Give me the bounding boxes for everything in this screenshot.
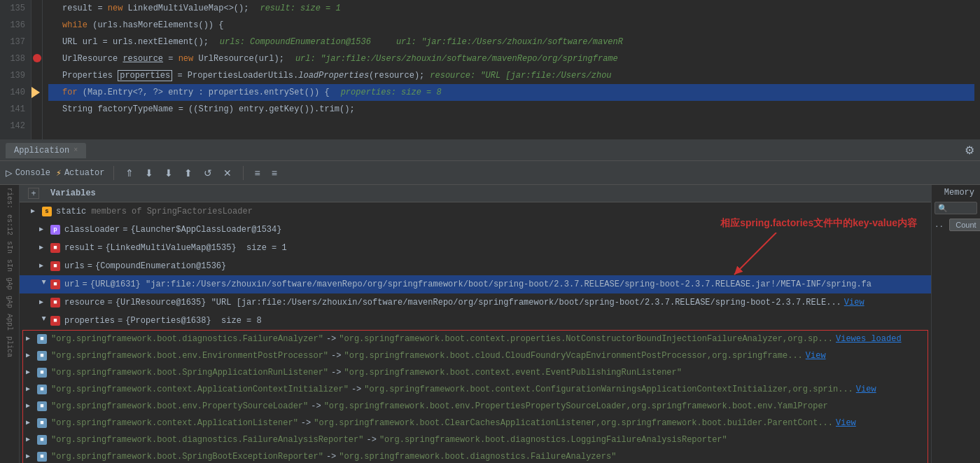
- run-to-cursor-btn[interactable]: ↺: [201, 165, 215, 181]
- gAp-label: gAp: [6, 277, 13, 290]
- line-numbers: 135 136 137 138 139 140 141 142: [0, 0, 31, 139]
- code-editor: 135 136 137 138 139 140 141 142: [0, 0, 980, 140]
- prop-entry-1[interactable]: ▶ ■ "org.springframework.boot.diagnostic…: [23, 331, 927, 347]
- prop-entry-6[interactable]: ▶ ■ "org.springframework.context.Applica…: [23, 415, 927, 431]
- prop-key-6: "org.springframework.context.Application…: [51, 416, 298, 430]
- expand-arrow-url: ▶: [36, 280, 50, 289]
- add-watch-btn[interactable]: +: [28, 188, 39, 199]
- classloader-name: classLoader: [64, 223, 120, 237]
- code-line-139: Properties properties = PropertiesLoader…: [48, 67, 974, 84]
- prop-view-1[interactable]: Viewes loaded: [836, 332, 902, 346]
- separator-2: [243, 166, 244, 180]
- appl-label: Appl: [6, 314, 13, 331]
- prop-entry-4[interactable]: ▶ ■ "org.springframework.context.Applica…: [23, 381, 927, 398]
- expand-arrow-classloader: ▶: [39, 223, 48, 237]
- prop-key-8: "org.springframework.boot.SpringBootExce…: [51, 450, 323, 463]
- prop-view-4[interactable]: View: [856, 382, 876, 396]
- variables-content[interactable]: ▶ s static members of SpringFactoriesLoa…: [20, 202, 931, 463]
- prop-view-6[interactable]: View: [836, 416, 856, 430]
- horizontal-scrollbar[interactable]: [0, 139, 980, 140]
- properties-entries: ▶ ■ "org.springframework.boot.diagnostic…: [22, 330, 928, 463]
- es12-label: es:12: [6, 214, 13, 235]
- step-out-btn[interactable]: ⬆: [181, 165, 195, 181]
- prop-key-2: "org.springframework.boot.env.Environmen…: [51, 349, 328, 363]
- classloader-row[interactable]: ▶ p classLoader = {Launcher$AppClassLoad…: [20, 221, 931, 239]
- url-row[interactable]: ▶ ■ url = {URL@1631} "jar:file:/Users/zh…: [20, 275, 931, 293]
- sIn-label: sIn: [6, 241, 13, 254]
- prop-entry-8[interactable]: ▶ ■ "org.springframework.boot.SpringBoot…: [23, 448, 927, 463]
- prop-val-7: "org.springframework.boot.diagnostics.Lo…: [379, 433, 727, 447]
- prop-key-4: "org.springframework.context.Application…: [51, 382, 349, 396]
- urls-name: urls: [64, 259, 85, 273]
- variables-label: Variables: [50, 188, 96, 198]
- memory-search-input[interactable]: [934, 202, 977, 214]
- code-line-141: String factoryTypeName = ((String) entry…: [48, 101, 974, 118]
- step-over-btn[interactable]: ⬇: [142, 165, 156, 181]
- expand-arrow-result: ▶: [39, 241, 48, 255]
- sIn2-label: sIn: [6, 259, 13, 272]
- step-into-btn[interactable]: ⬇: [162, 165, 176, 181]
- properties-row[interactable]: ▶ ■ properties = {Properties@1638} size …: [20, 312, 931, 330]
- prop-entry-7[interactable]: ▶ ■ "org.springframework.boot.diagnostic…: [23, 431, 927, 448]
- expand-arrow-urls: ▶: [39, 259, 48, 273]
- properties-value: {Properties@1638} size = 8: [125, 314, 261, 328]
- ellipsis: ..: [934, 221, 944, 229]
- prop-val-6: "org.springframework.boot.ClearCachesApp…: [314, 416, 833, 430]
- prop-entry-2[interactable]: ▶ ■ "org.springframework.boot.env.Enviro…: [23, 347, 927, 364]
- actuator-label[interactable]: ⚡ Actuator: [56, 167, 104, 179]
- result-row[interactable]: ▶ ■ result = {LinkedMultiValueMap@1535} …: [20, 239, 931, 257]
- expand-icon: ▶: [31, 205, 39, 219]
- static-desc: members of SpringFactoriesLoader: [91, 205, 252, 219]
- classloader-icon: p: [50, 225, 60, 235]
- urls-row[interactable]: ▶ ■ urls = {CompoundEnumeration@1536}: [20, 257, 931, 275]
- url-name: url: [64, 277, 80, 291]
- variables-panel: + Variables ▶ s static members of Spring…: [20, 185, 931, 463]
- prop-val-1: "org.springframework.boot.context.proper…: [339, 332, 833, 346]
- left-file-sidebar: ries: es:12 sIn sIn gAp gAp Appl plica: [0, 185, 20, 463]
- expand-arrow-resource: ▶: [39, 296, 48, 310]
- code-line-136: while (urls.hasMoreElements()) {: [48, 17, 974, 34]
- prop-val-8: "org.springframework.boot.diagnostics.Fa…: [339, 450, 616, 463]
- static-icon: s: [42, 207, 52, 216]
- debug-toolbar: ▷ Console ⚡ Actuator ⇑ ⬇ ⬇ ⬆ ↺ ✕ ≡ ≡: [0, 161, 980, 185]
- console-label[interactable]: ▷ Console: [6, 166, 50, 180]
- resource-row[interactable]: ▶ ■ resource = {UrlResource@1635} "URL […: [20, 293, 931, 312]
- application-tab[interactable]: Application ×: [6, 143, 86, 158]
- code-line-135: result = new LinkedMultiValueMap<>(); re…: [48, 0, 974, 17]
- prop-key-7: "org.springframework.boot.diagnostics.Fa…: [51, 433, 363, 447]
- prop-val-2: "org.springframework.boot.cloud.CloudFou…: [344, 349, 802, 363]
- settings-icon[interactable]: ⚙: [965, 144, 974, 157]
- tab-label: Application: [14, 146, 69, 156]
- resource-name: resource: [64, 296, 105, 310]
- evaluate-btn[interactable]: ✕: [220, 165, 234, 181]
- prop-key-5: "org.springframework.boot.env.PropertySo…: [51, 399, 308, 413]
- code-line-140: for (Map.Entry<?, ?> entry : properties.…: [48, 84, 974, 101]
- static-members-row[interactable]: ▶ s static members of SpringFactoriesLoa…: [20, 202, 931, 221]
- static-label: static: [56, 205, 91, 219]
- resume-btn[interactable]: ⇑: [122, 165, 136, 181]
- restore-layout-btn[interactable]: ≡: [252, 165, 263, 181]
- url-icon: ■: [50, 279, 60, 289]
- resource-view-link[interactable]: View: [844, 296, 864, 310]
- close-icon[interactable]: ×: [74, 146, 78, 154]
- prop-val-3: "org.springframework.boot.context.event.…: [344, 366, 681, 380]
- prop-key-1: "org.springframework.boot.diagnostics.Fa…: [51, 332, 323, 346]
- prop-entry-5[interactable]: ▶ ■ "org.springframework.boot.env.Proper…: [23, 398, 927, 415]
- memory-panel: Memory .. Count: [931, 185, 980, 463]
- properties-icon: ■: [50, 316, 60, 326]
- panel-header: + Variables: [20, 185, 931, 202]
- code-content: result = new LinkedMultiValueMap<>(); re…: [43, 0, 980, 139]
- count-row: .. Count: [932, 216, 980, 234]
- code-line-142: [48, 118, 974, 134]
- urls-icon: ■: [50, 261, 60, 271]
- count-button[interactable]: Count: [949, 219, 980, 231]
- result-name: result: [64, 241, 94, 255]
- resource-value: {UrlResource@1635} "URL [jar:file:/Users…: [115, 296, 841, 310]
- watch-btn[interactable]: ≡: [269, 165, 280, 181]
- result-icon: ■: [50, 243, 60, 253]
- plica-label: plica: [6, 336, 13, 357]
- prop-view-2[interactable]: View: [806, 349, 826, 363]
- result-value: {LinkedMultiValueMap@1535} size = 1: [105, 241, 286, 255]
- prop-entry-3[interactable]: ▶ ■ "org.springframework.boot.SpringAppl…: [23, 364, 927, 381]
- code-line-137: URL url = urls.nextElement(); urls: Comp…: [48, 34, 974, 50]
